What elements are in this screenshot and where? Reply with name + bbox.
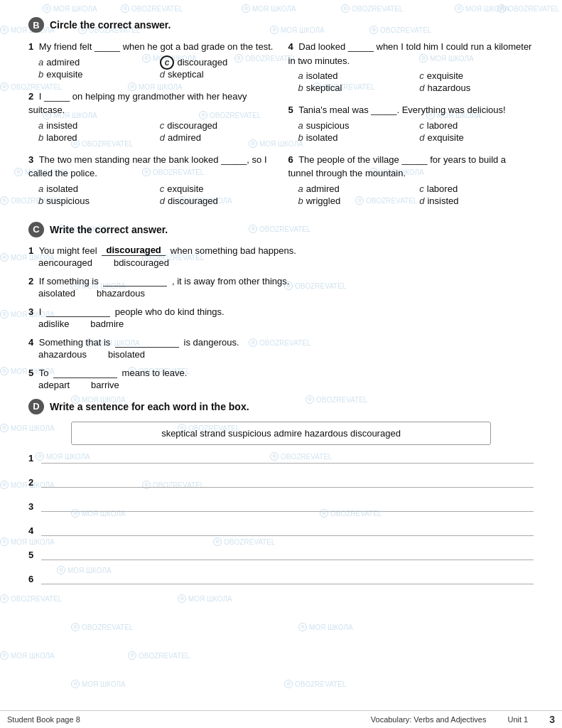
question-b3: 3 The two men standing near the bank loo… [28,153,274,206]
q-num-b4: 4 [288,41,293,52]
q-b6-options: a admired c labored b wriggled d insiste… [298,183,534,206]
question-b5: 5 Tania's meal was _____. Everything was… [288,103,534,143]
q-b1-option-c: c discouraged [160,57,274,68]
q-b6-option-b: b wriggled [298,196,413,206]
section-d-badge: D [28,399,44,414]
q-b6-option-a: a admired [298,183,413,194]
q-b2-option-d: d admired [160,132,274,143]
question-c3: 3 I people who do kind things. adislike … [28,306,534,329]
q-text-b5: Tania's meal was _____. Everything was d… [298,105,506,115]
section-d-header: D Write a sentence for each word in the … [28,399,534,414]
section-b-badge: B [28,17,44,33]
question-c2: 2 If something is , it is away from othe… [28,275,534,299]
write-line-4: 4 [28,525,534,536]
word-box: skeptical strand suspicious admire hazar… [71,422,491,445]
question-b6: 6 The people of the village _____ for ye… [288,153,534,206]
footer-unit: Unit 1 [507,715,528,724]
write-line-2: 2 [28,476,534,488]
q-b1-options: a admired c discouraged b exquisite d sk… [38,57,274,80]
q-b6-option-c: c labored [419,183,534,194]
q-b6-option-d: d insisted [419,196,534,206]
q-b4-option-a: a isolated [298,70,413,81]
c4-options: ahazardous bisolated [38,349,534,360]
question-b2: 2 I _____ on helping my grandmother with… [28,90,274,143]
q-b5-option-c: c labored [419,120,534,131]
section-d-title: Write a sentence for each word in the bo… [50,401,249,412]
q-b4-option-d: d hazardous [419,82,534,93]
section-b-header: B Circle the correct answer. [28,17,534,33]
q-text-b3: The two men standing near the bank looke… [28,154,267,179]
q-b3-options: a isolated c exquisite b suspicious d di… [38,183,274,206]
q-text-b6: The people of the village _____ for year… [288,154,507,179]
q-b3-option-a: a isolated [38,183,153,194]
question-c4: 4 Something that is is dangerous. ahazar… [28,336,534,360]
q-b5-options: a suspicious c labored b isolated d exqu… [298,120,534,143]
c5-answer [53,367,117,378]
q-text-b1: My friend felt _____ when he got a bad g… [39,41,274,52]
footer-left: Student Book page 8 [7,715,80,724]
write-lines: 1 2 3 4 5 6 [28,452,534,584]
section-c-header: C Write the correct answer. [28,222,534,237]
c1-options: aencouraged bdiscouraged [38,257,534,268]
section-b-title: Circle the correct answer. [50,19,171,31]
question-c1: 1 You might feel discouraged when someth… [28,245,534,268]
q-b5-option-a: a suspicious [298,120,413,131]
q-num-b5: 5 [288,105,293,115]
q-b3-option-d: d discouraged [160,196,274,206]
question-b4: 4 Dad looked _____ when I told him I cou… [288,40,534,93]
q-b2-option-c: c discouraged [160,120,274,131]
q-b3-option-c: c exquisite [160,183,274,194]
c3-answer [46,306,110,317]
c3-options: adislike badmire [38,318,534,329]
q-num-b2: 2 [28,91,33,102]
question-b1: 1 My friend felt _____ when he got a bad… [28,40,274,80]
write-line-1: 1 [28,452,534,464]
write-line-6: 6 [28,573,534,584]
footer-page: 3 [549,714,555,725]
q-b5-option-d: d exquisite [419,132,534,143]
q-b1-option-d: d skeptical [160,69,274,80]
section-c-badge: C [28,222,44,237]
c5-options: adepart barrive [38,380,534,390]
footer: Student Book page 8 Vocabulary: Verbs an… [0,710,562,728]
q-b1-option-b: b exquisite [38,69,153,80]
q-b1-option-a: a admired [38,57,153,68]
footer-right: Vocabulary: Verbs and Adjectives Unit 1 … [371,714,555,725]
c2-options: aisolated bhazardous [38,288,534,299]
write-line-5: 5 [28,549,534,560]
q-text-b4: Dad looked _____ when I told him I could… [288,41,532,66]
section-c-title: Write the correct answer. [50,224,168,235]
q-b2-option-a: a insisted [38,120,153,131]
q-b2-options: a insisted c discouraged b labored d adm… [38,120,274,143]
q-b4-option-c: c exquisite [419,70,534,81]
q-num-b3: 3 [28,154,33,165]
q-num-b6: 6 [288,154,293,165]
c1-answer: discouraged [102,245,166,256]
q-text-b2: I _____ on helping my grandmother with h… [28,91,247,116]
question-c5: 5 To means to leave. adepart barrive [28,367,534,390]
q-b4-options: a isolated c exquisite b skeptical d haz… [298,70,534,93]
section-b-left-col: 1 My friend felt _____ when he got a bad… [28,40,274,216]
q-b2-option-b: b labored [38,132,153,143]
q-b5-option-b: b isolated [298,132,413,143]
section-b-grid: 1 My friend felt _____ when he got a bad… [28,40,534,216]
section-b-right-col: 4 Dad looked _____ when I told him I cou… [288,40,534,216]
q-num-b1: 1 [28,41,33,52]
q-b4-option-b: b skeptical [298,82,413,93]
q-b3-option-b: b suspicious [38,196,153,206]
c4-answer [115,336,179,348]
c2-answer [103,275,167,287]
write-line-3: 3 [28,500,534,512]
footer-center: Vocabulary: Verbs and Adjectives [371,715,487,724]
